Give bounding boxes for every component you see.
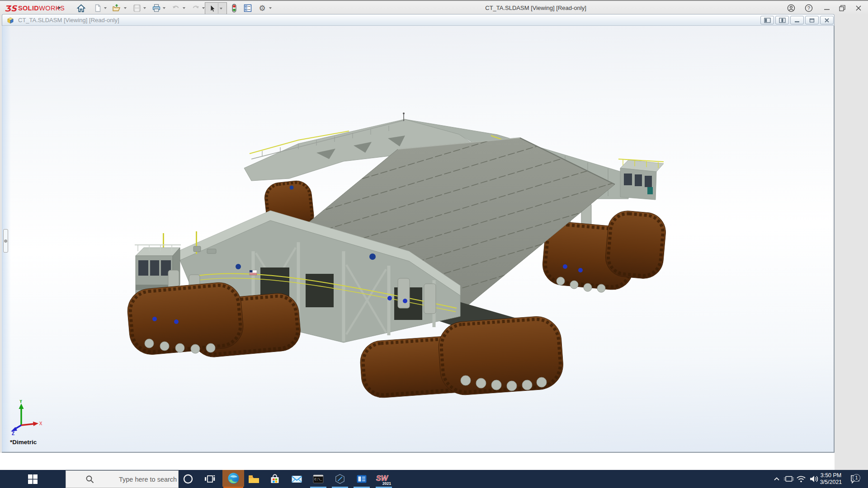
taskbar-item-store[interactable]: [266, 470, 284, 488]
doc-close-icon: [824, 18, 830, 23]
taskbar-item-edge[interactable]: [222, 470, 244, 487]
solidworks-taskbar-icon: SW 2021: [375, 472, 392, 486]
select-tool-button[interactable]: [205, 2, 227, 14]
clock-date: 3/5/2021: [816, 479, 845, 486]
search-placeholder: Type here to search: [119, 476, 177, 483]
pane-right-button[interactable]: [775, 16, 789, 24]
undo-button[interactable]: [170, 3, 181, 14]
tray-wifi-button[interactable]: [795, 470, 807, 488]
graphics-viewport[interactable]: [2, 26, 835, 453]
solidworks-application-window: ƷS SOLID WORKS ▸: [0, 0, 868, 488]
pane-left-button[interactable]: [760, 16, 774, 24]
app-title-bar: ƷS SOLID WORKS ▸: [0, 1, 868, 14]
taskbar-item-cortana[interactable]: [179, 470, 197, 488]
undo-icon: [171, 3, 181, 13]
taskbar-search[interactable]: Type here to search: [66, 470, 179, 488]
taskbar-item-hexagon-app[interactable]: [331, 470, 349, 488]
account-button[interactable]: [783, 2, 799, 14]
start-button[interactable]: [22, 470, 43, 488]
report-button[interactable]: [242, 3, 253, 14]
options-button[interactable]: ⚙: [257, 3, 268, 14]
orientation-triad: Y X Z: [9, 400, 42, 436]
tray-chevron-button[interactable]: [771, 470, 782, 488]
save-dropdown[interactable]: [143, 7, 146, 9]
taskbar-item-task-view[interactable]: [201, 470, 219, 488]
command-prompt-icon: C:\_: [312, 474, 324, 484]
close-icon: [855, 5, 862, 12]
view-orientation-label: *Dimetric: [10, 439, 37, 446]
open-folder-icon: [112, 3, 122, 13]
doc-close-button[interactable]: [820, 16, 834, 24]
taskbar-item-blue-window-app[interactable]: [353, 470, 371, 488]
help-button[interactable]: ?: [801, 2, 816, 14]
select-tool-separator: [218, 3, 218, 14]
windows-logo-icon: [28, 474, 38, 484]
home-button[interactable]: [75, 3, 86, 14]
cmd-icon-text: C:\_: [315, 478, 323, 481]
options-dropdown[interactable]: [269, 7, 272, 9]
doc-minimize-button[interactable]: [790, 16, 804, 24]
select-arrow-icon: [207, 4, 217, 14]
new-document-dropdown[interactable]: [104, 7, 107, 9]
menu-flyout-arrow[interactable]: ▸: [58, 5, 61, 10]
new-document-icon: [93, 4, 102, 13]
app-title: CT_TA.SLDASM [Viewing] [Read-only]: [457, 5, 615, 11]
help-icon: ?: [804, 4, 813, 13]
notification-badge: 1: [853, 474, 860, 482]
minimize-icon: [823, 5, 830, 12]
gear-icon: ⚙: [259, 5, 265, 12]
select-tool-dropdown[interactable]: [220, 8, 222, 9]
file-explorer-icon: [248, 474, 260, 484]
taskbar-item-mail[interactable]: [288, 470, 306, 488]
new-document-button[interactable]: [92, 3, 103, 14]
save-icon: [132, 4, 142, 13]
store-icon: [269, 473, 281, 485]
close-button[interactable]: [851, 2, 866, 14]
handle-dot: [4, 239, 7, 243]
svg-text:?: ?: [807, 5, 810, 10]
hexagon-app-icon: [334, 473, 346, 485]
clock-time: 3:50 PM: [816, 472, 845, 479]
triad-z-label: Z: [12, 431, 14, 436]
document-title: CT_TA.SLDASM [Viewing] [Read-only]: [18, 17, 119, 23]
triad-x-label: X: [39, 421, 42, 426]
print-icon: [151, 3, 161, 13]
taskbar-item-file-explorer[interactable]: [245, 470, 263, 488]
restore-button[interactable]: [835, 2, 850, 14]
solidworks-logo: ƷS SOLID WORKS: [5, 3, 65, 13]
search-icon: [85, 474, 95, 484]
taskbar-item-command-prompt[interactable]: C:\_: [309, 470, 327, 488]
design-check-button[interactable]: [229, 3, 240, 14]
redo-button[interactable]: [190, 3, 201, 14]
report-list-icon: [243, 3, 253, 13]
document-title-bar: [2, 14, 835, 26]
open-dropdown[interactable]: [124, 7, 127, 9]
doc-restore-button[interactable]: [805, 16, 819, 24]
pane-left-icon: [764, 18, 771, 23]
tray-display-button[interactable]: [783, 470, 795, 488]
traffic-light-icon: [230, 3, 239, 13]
feature-manager-collapsed-handle[interactable]: [3, 229, 8, 253]
assembly-cube-icon: [6, 16, 14, 24]
save-button[interactable]: [132, 3, 142, 14]
blue-window-app-icon: [356, 474, 368, 484]
triad-y-label: Y: [19, 400, 23, 404]
wifi-icon: [796, 474, 807, 483]
print-dropdown[interactable]: [163, 7, 165, 9]
home-icon: [76, 4, 86, 13]
taskbar-item-solidworks[interactable]: SW 2021: [374, 470, 393, 488]
mail-icon: [291, 474, 303, 484]
open-button[interactable]: [111, 3, 122, 14]
chevron-up-icon: [773, 475, 780, 483]
print-button[interactable]: [151, 3, 162, 14]
action-center-button[interactable]: 1: [847, 470, 863, 488]
status-strip: [0, 453, 835, 470]
pane-right-icon: [779, 18, 786, 23]
undo-dropdown[interactable]: [183, 7, 185, 9]
doc-minimize-icon: [794, 18, 800, 23]
taskbar-clock[interactable]: 3:50 PM 3/5/2021: [816, 472, 845, 486]
restore-icon: [839, 5, 846, 12]
redo-icon: [191, 3, 201, 13]
account-icon: [787, 4, 796, 13]
minimize-button[interactable]: [819, 2, 835, 14]
